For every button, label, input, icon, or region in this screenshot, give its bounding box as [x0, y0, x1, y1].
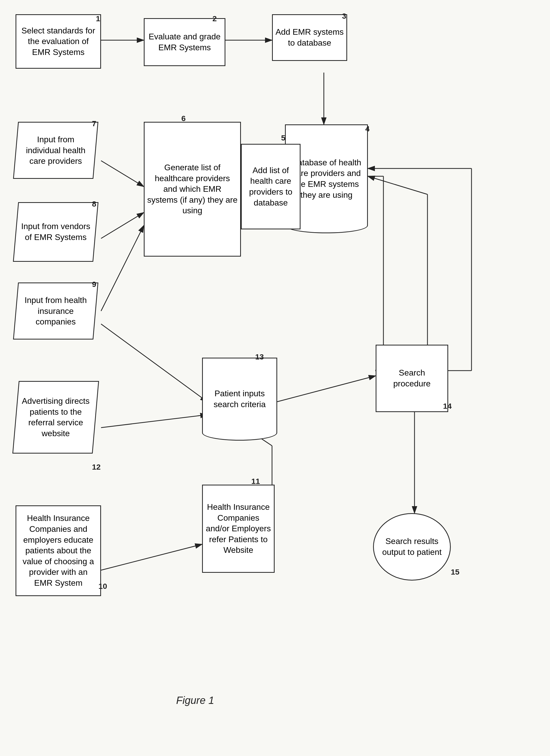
- svg-line-8: [101, 225, 144, 311]
- label-14: 14: [443, 402, 451, 411]
- label-3: 3: [342, 12, 346, 20]
- box-7: Input from individual health care provid…: [13, 122, 98, 179]
- box-13: Patient inputs search criteria: [202, 358, 277, 441]
- box-11: Health Insurance Companies and/or Employ…: [202, 485, 275, 573]
- box-3: Add EMR systems to database: [272, 14, 347, 61]
- label-10: 10: [99, 582, 107, 591]
- label-5: 5: [281, 133, 285, 142]
- svg-line-14: [277, 376, 376, 402]
- label-13: 13: [255, 352, 264, 361]
- box-6: Generate list of healthcare providers an…: [144, 122, 241, 257]
- box-12: Advertising directs patients to the refe…: [12, 381, 99, 454]
- svg-line-7: [101, 213, 144, 238]
- box-1: Select standards for the evaluation of E…: [16, 14, 101, 69]
- box-14: Search procedure: [376, 345, 448, 412]
- label-11: 11: [251, 477, 260, 486]
- label-2: 2: [213, 14, 217, 23]
- label-9: 9: [92, 280, 96, 289]
- label-8: 8: [92, 200, 96, 208]
- svg-line-9: [101, 324, 207, 402]
- box-9: Input from health insurance companies: [13, 282, 98, 340]
- box-10: Health Insurance Companies and employers…: [16, 505, 101, 596]
- box-5: Add list of health care providers to dat…: [241, 144, 300, 229]
- label-4: 4: [365, 124, 370, 133]
- label-6: 6: [181, 114, 186, 123]
- svg-line-16: [368, 176, 427, 194]
- box-8: Input from vendors of EMR Systems: [13, 202, 99, 262]
- box-15: Search results output to patient: [373, 513, 451, 581]
- svg-line-6: [101, 161, 144, 187]
- svg-line-13: [101, 544, 202, 570]
- box-2: Evaluate and grade EMR Systems: [144, 18, 226, 66]
- label-15: 15: [451, 568, 459, 576]
- label-7: 7: [92, 119, 96, 128]
- svg-line-10: [101, 415, 207, 428]
- label-12: 12: [92, 463, 101, 471]
- diagram-container: Select standards for the evaluation of E…: [0, 0, 550, 756]
- label-1: 1: [96, 14, 100, 23]
- figure-label: Figure 1: [176, 695, 214, 706]
